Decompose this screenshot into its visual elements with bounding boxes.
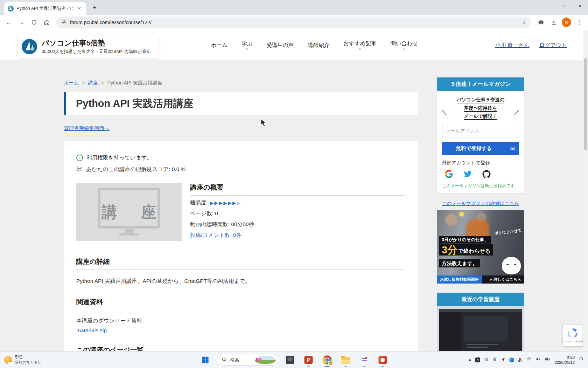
chevron-down-icon: ∨ [403,48,406,51]
tray-blocked-icon[interactable] [484,357,489,363]
site-logo[interactable]: パソコン仕事5倍塾 35,000人を指導した東大卒・元日本IBM社内講師が直伝 [18,35,159,58]
location-icon[interactable] [501,357,505,363]
permission-note-row: ✓ 利用権限を持っています。 [76,154,405,162]
newsletter-card: ５倍速！メールマガジン ＼ ／ パソコン仕事５倍速の 基礎〜応用技を メールで解… [437,77,524,193]
minimize-button[interactable]: ─ [539,0,555,12]
downloads-icon[interactable] [548,16,560,28]
breadcrumb-courses-link[interactable]: 講座 [88,80,98,86]
nav-item-learn[interactable]: 学ぶ∨ [241,40,252,51]
taskbar-app-powerpoint[interactable]: P [302,352,316,368]
taskbar-app-notes[interactable] [357,352,371,368]
browser-toolbar: ← → forum.pc5bai.com/lesson/course/122/ … [0,15,588,30]
site-info-icon[interactable] [61,19,66,26]
nav-item-student-voices[interactable]: 受講生の声 [266,42,294,49]
site-header: パソコン仕事5倍塾 35,000人を指導した東大卒・元日本IBM社内講師が直伝 … [0,30,588,60]
tab-title: Python API 実践活用講座 パソコ [16,6,74,12]
tray-blue-app-icon[interactable] [509,357,514,362]
materials-download-link[interactable]: materials.zip [76,327,107,334]
back-button[interactable]: ← [3,16,15,28]
breadcrumb: ホーム > 講座 > Python API 実践活用講座 [64,80,418,86]
newsletter-details-link[interactable]: このメールマガジンの詳細はこちら [437,200,524,207]
course-thumbnail-text: 講 座 [92,202,166,223]
play-arrow-icon: ▶ [490,278,492,281]
twitter-icon[interactable] [463,170,472,178]
tab-close-icon[interactable]: × [76,5,83,12]
sidebar: ５倍速！メールマガジン ＼ ／ パソコン仕事５倍速の 基礎〜応用技を メールで解… [437,77,524,351]
window-controls: ─ □ ✕ [539,0,588,12]
admin-edit-link[interactable]: 管理者用編集画面へ [64,125,110,132]
taskbar-app-dark-monitor[interactable] [283,352,297,368]
ad-cta-right[interactable]: ▶詳しくはこちら [482,275,524,284]
ad-line-3: 方法教えます。 [439,259,480,267]
overview-heading: 講座の概要 [190,183,405,196]
ad-line-2: 3分で終わらせる [439,244,493,255]
ad-line-1: 3日がかりのその仕事、 [439,236,491,244]
github-icon[interactable] [482,170,491,178]
comments-count-link[interactable]: 投稿/コメント数: 0件 [190,232,241,239]
ad-cta-left[interactable]: お試し版無料動画講座 [437,275,482,284]
taskbar-app-chrome[interactable]: k [320,352,334,368]
monitor-stand [125,229,134,233]
taskbar-app-red[interactable] [376,352,390,368]
address-bar[interactable]: forum.pc5bai.com/lesson/course/122/ ☆ [56,16,532,28]
forward-button[interactable]: → [15,16,27,28]
nav-item-home[interactable]: ホーム [211,42,227,49]
bookmark-star-icon[interactable]: ☆ [522,19,527,26]
windows-taskbar: 5°C 晴れのちくもり 検索 P k [0,351,588,368]
video-duration: 動画の総時間数: 00分00秒 [190,221,405,228]
taskbar-clock[interactable]: 9:20 2025/01/18 [554,355,575,365]
start-button[interactable] [198,352,212,368]
hidden-icons-chevron[interactable]: ∧ [468,358,471,362]
taskbar-center: 検索 P k [198,352,390,368]
nav-item-instructors[interactable]: 講師紹介 [308,42,329,49]
permission-note: 利用権限を持っています。 [86,154,152,162]
email-input[interactable] [442,125,519,137]
social-login-row [442,170,519,178]
wifi-icon[interactable] [526,356,532,363]
envelope-icon: ✉ [506,142,519,155]
breadcrumb-home-link[interactable]: ホーム [64,80,79,86]
history-thumbnail[interactable] [437,306,524,351]
volume-icon[interactable] [536,356,541,363]
overview-row: 講 座 講座の概要 難易度: ▶▶▶▶▶▶▶ [76,183,405,241]
reload-button[interactable] [28,16,40,28]
nav-item-contact[interactable]: 問い合わせ∨ [391,40,418,51]
clock-time: 9:20 [554,355,575,360]
microphone-icon[interactable] [492,357,497,363]
battery-icon[interactable] [545,356,551,363]
notification-bell-icon[interactable] [579,356,584,363]
window-close-button[interactable]: ✕ [572,0,588,12]
browser-tab[interactable]: Python API 実践活用講座 パソコ × [4,2,86,15]
details-heading: 講座の詳細 [76,257,405,270]
tray-app-icon-n[interactable]: N [475,357,480,362]
promo-deco-right: ／ [514,108,520,116]
register-button[interactable]: 無料で登録する ✉ [442,142,519,155]
recaptcha-icon [567,328,578,339]
scrollbar-thumb[interactable] [584,58,587,150]
recaptcha-badge[interactable]: プライバシー・利用規約 [562,325,583,346]
weather-widget[interactable]: 5°C 晴れのちくもり [0,355,80,365]
ad-banner[interactable]: ボクにまかせて 3日がかりのその仕事、 3分で終わらせる 方法教えます。 お試し… [437,210,524,284]
user-name-link[interactable]: 小川 慶一さん [495,42,530,49]
maximize-button[interactable]: □ [555,0,572,12]
check-circle-icon: ✓ [76,155,83,161]
google-icon[interactable] [445,170,453,178]
site-subtitle: 35,000人を指導した東大卒・元日本IBM社内講師が直伝 [42,49,151,55]
weather-desc: 晴れのちくもり [15,360,41,365]
weather-temp: 5°C [15,355,41,360]
nav-item-recommended-articles[interactable]: おすすめ記事∨ [343,40,376,51]
site-logo-icon [21,39,37,55]
extensions-icon[interactable] [535,16,547,28]
profile-avatar[interactable]: k [562,18,571,27]
taskbar-app-file-explorer[interactable] [339,352,353,368]
page-scrollbar[interactable] [583,30,588,351]
taskbar-search[interactable]: 検索 [217,352,279,368]
browser-menu-icon[interactable]: ⋮ [573,16,585,28]
already-registered-note: このメールマガジンは既に登録済です [442,183,519,189]
new-tab-button[interactable]: + [90,4,99,12]
logout-link[interactable]: ログアウト [539,42,567,49]
ime-indicator[interactable]: あ [518,357,523,363]
difficulty-meter: ▶▶▶▶▶▶▶ [210,200,241,206]
course-overview: 講座の概要 難易度: ▶▶▶▶▶▶▶ ページ数: 0 動画の総時間数: 00分0… [190,183,405,241]
home-button[interactable] [41,16,52,28]
